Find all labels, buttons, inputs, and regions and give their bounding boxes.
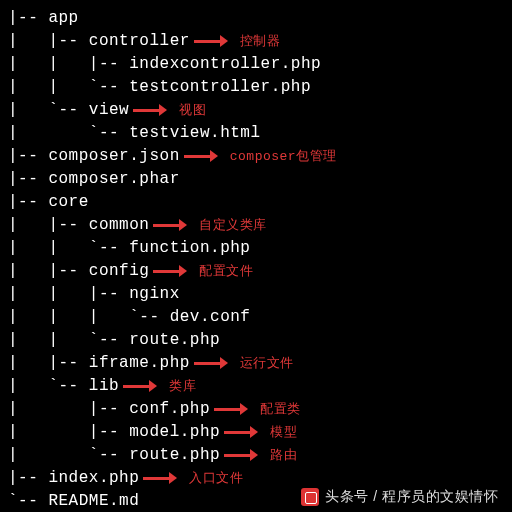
toutiao-logo-icon — [301, 488, 319, 506]
tree-prefix: | |-- — [8, 400, 129, 418]
tree-item-name: view — [89, 101, 129, 119]
tree-prefix: | | | `-- — [8, 308, 170, 326]
arrow-right-icon — [194, 359, 228, 367]
tree-item-name: conf.php — [129, 400, 210, 418]
tree-prefix: |-- — [8, 9, 48, 27]
arrow-right-icon — [224, 428, 258, 436]
tree-row: | `-- testview.html — [8, 121, 504, 144]
arrow-right-icon — [194, 37, 228, 45]
tree-item-name: testview.html — [129, 124, 260, 142]
tree-row: | |-- model.php模型 — [8, 420, 504, 443]
tree-row: |-- app — [8, 6, 504, 29]
tree-item-name: core — [48, 193, 88, 211]
tree-row: | |-- controller控制器 — [8, 29, 504, 52]
annotation-label: 视图 — [179, 101, 206, 119]
annotation-label: 入口文件 — [189, 469, 243, 487]
tree-row: | `-- lib类库 — [8, 374, 504, 397]
annotation-label: 配置类 — [260, 400, 301, 418]
tree-prefix: | |-- — [8, 423, 129, 441]
tree-row: | | |-- indexcontroller.php — [8, 52, 504, 75]
tree-row: | | |-- nginx — [8, 282, 504, 305]
tree-item-name: README.md — [48, 492, 139, 510]
tree-prefix: |-- — [8, 469, 48, 487]
tree-prefix: | `-- — [8, 377, 89, 395]
tree-item-name: route.php — [129, 446, 220, 464]
tree-prefix: | |-- — [8, 32, 89, 50]
tree-prefix: | | |-- — [8, 55, 129, 73]
arrow-right-icon — [133, 106, 167, 114]
tree-item-name: composer.json — [48, 147, 179, 165]
tree-row: | |-- config配置文件 — [8, 259, 504, 282]
tree-prefix: |-- — [8, 147, 48, 165]
annotation-label: 自定义类库 — [199, 216, 267, 234]
tree-item-name: common — [89, 216, 150, 234]
tree-prefix: |-- — [8, 170, 48, 188]
tree-row: | |-- iframe.php运行文件 — [8, 351, 504, 374]
tree-row: | | `-- route.php — [8, 328, 504, 351]
arrow-right-icon — [224, 451, 258, 459]
tree-item-name: app — [48, 9, 78, 27]
tree-prefix: | |-- — [8, 262, 89, 280]
tree-item-name: controller — [89, 32, 190, 50]
tree-item-name: composer.phar — [48, 170, 179, 188]
tree-prefix: | | `-- — [8, 331, 129, 349]
tree-row: |-- composer.jsoncomposer包管理 — [8, 144, 504, 167]
tree-row: | | `-- function.php — [8, 236, 504, 259]
tree-item-name: config — [89, 262, 150, 280]
tree-item-name: indexcontroller.php — [129, 55, 321, 73]
tree-prefix: |-- — [8, 193, 48, 211]
tree-row: |-- core — [8, 190, 504, 213]
annotation-label: 类库 — [169, 377, 196, 395]
tree-row: | `-- route.php路由 — [8, 443, 504, 466]
arrow-right-icon — [184, 152, 218, 160]
arrow-right-icon — [143, 474, 177, 482]
tree-prefix: `-- — [8, 492, 48, 510]
annotation-label: 配置文件 — [199, 262, 253, 280]
tree-row: | |-- common自定义类库 — [8, 213, 504, 236]
tree-item-name: route.php — [129, 331, 220, 349]
tree-item-name: nginx — [129, 285, 180, 303]
tree-prefix: | | `-- — [8, 239, 129, 257]
tree-row: | |-- conf.php配置类 — [8, 397, 504, 420]
tree-row: | | | `-- dev.conf — [8, 305, 504, 328]
tree-row: | | `-- testcontroller.php — [8, 75, 504, 98]
watermark-prefix: 头条号 / — [325, 488, 382, 504]
watermark-name: 程序员的文娱情怀 — [382, 488, 498, 504]
tree-item-name: model.php — [129, 423, 220, 441]
tree-prefix: | |-- — [8, 216, 89, 234]
annotation-label: composer包管理 — [230, 147, 337, 165]
tree-prefix: | `-- — [8, 101, 89, 119]
tree-item-name: testcontroller.php — [129, 78, 311, 96]
arrow-right-icon — [214, 405, 248, 413]
tree-prefix: | |-- — [8, 354, 89, 372]
tree-item-name: iframe.php — [89, 354, 190, 372]
tree-item-name: index.php — [48, 469, 139, 487]
annotation-label: 模型 — [270, 423, 297, 441]
tree-row: | `-- view视图 — [8, 98, 504, 121]
watermark: 头条号 / 程序员的文娱情怀 — [301, 488, 498, 506]
tree-prefix: | `-- — [8, 124, 129, 142]
annotation-label: 控制器 — [240, 32, 281, 50]
tree-item-name: dev.conf — [170, 308, 251, 326]
tree-row: |-- index.php入口文件 — [8, 466, 504, 489]
tree-prefix: | | |-- — [8, 285, 129, 303]
annotation-label: 路由 — [270, 446, 297, 464]
annotation-label: 运行文件 — [240, 354, 294, 372]
tree-row: |-- composer.phar — [8, 167, 504, 190]
tree-item-name: function.php — [129, 239, 250, 257]
arrow-right-icon — [153, 267, 187, 275]
arrow-right-icon — [153, 221, 187, 229]
directory-tree: |-- app| |-- controller控制器| | |-- indexc… — [8, 6, 504, 512]
arrow-right-icon — [123, 382, 157, 390]
tree-item-name: lib — [89, 377, 119, 395]
tree-prefix: | `-- — [8, 446, 129, 464]
tree-prefix: | | `-- — [8, 78, 129, 96]
